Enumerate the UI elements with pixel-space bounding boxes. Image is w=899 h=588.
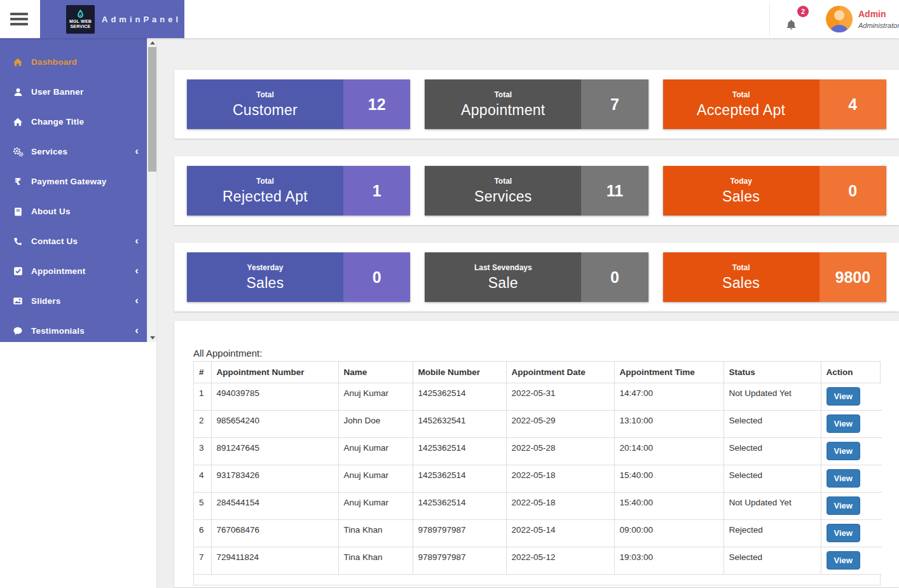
stat-card-rejected-apt: Total Rejected Apt 1 [187,166,410,215]
cell-index: 7 [194,547,211,575]
chevron-left-icon: ‹ [135,236,139,247]
header-divider [769,3,770,36]
sidebar-item-testimonials[interactable]: Testimonials ‹ [0,316,147,342]
stat-card-total-appointment: Total Appointment 7 [425,79,648,129]
cell-name: Anuj Kumar [338,465,413,493]
cell-time: 09:00:00 [614,520,724,547]
sidebar-item-sliders[interactable]: Sliders ‹ [0,286,147,316]
stat-label: Sales [722,188,760,205]
sidebar-item-label: Change Title [31,117,139,126]
user-menu[interactable]: Admin Administrator [826,6,899,32]
view-button[interactable]: View [827,551,860,570]
sidebar-item-services[interactable]: Services ‹ [0,137,147,167]
admin-dashboard-screen: MGL WEB SERVICE AdminPanel 2 Admin Admin… [0,0,899,588]
stat-period: Total [256,177,274,186]
stat-period: Total [256,90,274,99]
table-row: 5 284544154 Anuj Kumar 1425362514 2022-0… [194,493,882,520]
view-button[interactable]: View [827,496,860,515]
hamburger-menu-button[interactable] [10,8,34,30]
view-button[interactable]: View [827,469,860,488]
sidebar-item-label: About Us [31,207,139,216]
sidebar-item-contact-us[interactable]: Contact Us ‹ [0,226,147,256]
stat-value: 7 [581,79,648,129]
user-name: Admin [858,9,899,20]
cell-date: 2022-05-18 [506,493,614,520]
scrollbar-thumb[interactable] [148,47,156,172]
cell-date: 2022-05-31 [506,383,614,411]
table-row: 6 767068476 Tina Khan 9789797987 2022-05… [194,520,882,547]
stat-value: 0 [581,252,648,302]
col-header-appointment-number: Appointment Number [211,362,338,383]
sidebar-item-appointment[interactable]: Appointment ‹ [0,256,147,286]
cell-mobile: 1425362514 [413,383,506,411]
cell-appointment-number: 767068476 [211,520,338,547]
cell-status: Selected [724,411,821,438]
stat-value: 0 [343,252,410,302]
sidebar-item-about-us[interactable]: About Us [0,196,147,226]
stat-card-yesterday-sales: Yesterday Sales 0 [187,252,410,302]
cell-status: Selected [724,465,821,493]
stat-value: 1 [343,166,410,215]
view-button[interactable]: View [827,442,860,460]
comment-icon [10,326,25,336]
stat-card-lastsevendays-sale: Last Sevendays Sale 0 [425,252,648,302]
cell-date: 2022-05-29 [506,411,614,438]
view-button[interactable]: View [827,524,860,542]
stat-card-total-customer: Total Customer 12 [187,79,410,129]
appointments-panel: All Appointment: # Appointment Number Na… [174,321,899,587]
cell-appointment-number: 494039785 [211,383,338,411]
check-square-icon [10,266,25,276]
logo-text-line1: MGL WEB [69,19,92,24]
sidebar-item-label: User Banner [31,87,139,97]
stat-card-today-sales: Today Sales 0 [663,166,886,215]
table-row: 7 729411824 Tina Khan 9789797987 2022-05… [194,547,882,575]
user-meta: Admin Administrator [858,6,899,32]
cell-mobile: 9789797987 [413,547,506,575]
sidebar-item-label: Appointment [31,266,135,276]
cell-index: 2 [194,411,211,438]
cell-mobile: 1425362514 [413,438,506,465]
home-icon [10,117,25,127]
sidebar-item-payment-gateway[interactable]: ₹ Payment Gateway [0,167,147,196]
brand-area[interactable]: MGL WEB SERVICE AdminPanel [40,0,184,38]
cell-appointment-number: 985654240 [211,411,338,438]
bell-icon [785,18,797,31]
scroll-up-button[interactable] [148,38,157,47]
cell-time: 15:40:00 [614,465,724,493]
cell-appointment-number: 931783426 [211,465,338,493]
view-button[interactable]: View [827,414,860,433]
sidebar-item-dashboard[interactable]: Dashboard [0,47,147,77]
stat-label: Services [474,188,532,205]
logo-text-line2: SERVICE [70,24,90,29]
view-button[interactable]: View [827,387,860,406]
stat-card-accepted-apt: Total Accepted Apt 4 [663,79,886,129]
col-header-appointment-date: Appointment Date [506,362,614,383]
phone-icon [10,236,25,246]
top-header: MGL WEB SERVICE AdminPanel 2 Admin Admin… [0,0,899,38]
col-header-name: Name [338,362,413,383]
sidebar-scrollbar[interactable] [147,38,156,342]
cell-name: Tina Khan [338,547,413,575]
cell-name: John Doe [338,411,413,438]
notifications-button[interactable]: 2 [783,6,810,32]
cell-mobile: 1452632541 [413,411,506,438]
stat-label: Appointment [461,102,545,119]
cell-status: Selected [724,547,821,575]
company-logo: MGL WEB SERVICE [66,5,95,34]
sidebar-item-user-banner[interactable]: User Banner [0,77,147,107]
cell-time: 14:47:00 [614,383,724,411]
stat-label: Accepted Apt [697,102,785,119]
appointments-table-wrap: # Appointment Number Name Mobile Number … [193,361,881,585]
scroll-down-button[interactable] [148,333,157,342]
sidebar-nav: Dashboard User Banner Change Title [0,38,147,342]
cell-time: 15:40:00 [614,493,724,520]
sidebar-item-label: Contact Us [31,236,135,246]
user-icon [10,87,25,97]
cell-date: 2022-05-12 [506,547,614,575]
stat-value: 11 [581,166,648,215]
cell-time: 13:10:00 [614,411,724,438]
sidebar-item-change-title[interactable]: Change Title [0,107,147,137]
chevron-left-icon: ‹ [135,326,139,336]
cell-appointment-number: 891247645 [211,438,338,465]
stat-value: 12 [343,79,410,129]
